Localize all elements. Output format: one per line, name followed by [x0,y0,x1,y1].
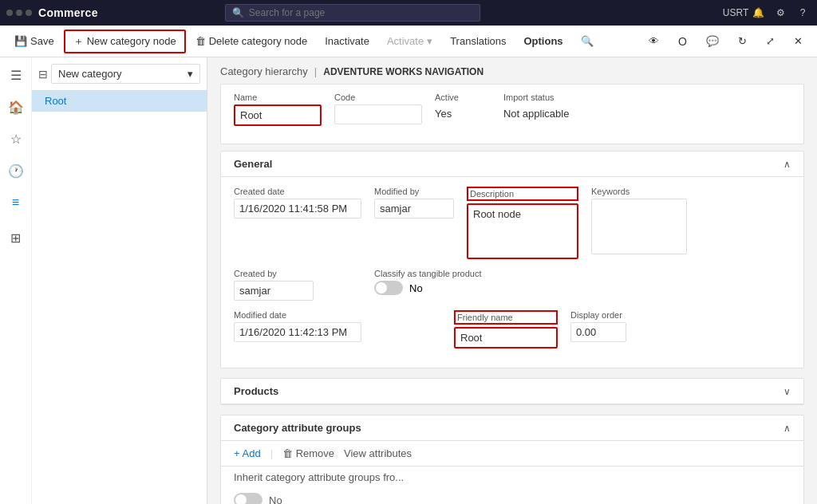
general-row2: Created by Classify as tangible product … [234,269,791,301]
products-section-header[interactable]: Products ∨ [221,379,803,404]
filter-icon[interactable]: ⊟ [38,68,48,81]
inherit-label: Inherit category attribute groups fro... [234,471,404,483]
global-search[interactable]: 🔍 [225,4,480,22]
cat-attr-chevron: ∧ [783,423,791,434]
products-section: Products ∨ [220,378,804,405]
nav-home-icon[interactable]: 🏠 [2,93,30,121]
created-by-input[interactable] [234,281,314,301]
main-layout: ☰ 🏠 ☆ 🕐 ≡ ⊞ ⊟ New category ▾ Root Catego… [0,57,817,504]
keywords-input[interactable] [591,199,687,254]
breadcrumb: Category hierarchy | ADVENTURE WORKS NAV… [207,57,817,84]
bell-icon[interactable]: 🔔 [750,5,766,21]
office-icon[interactable]: O [670,32,695,51]
inherit-toggle[interactable] [234,493,262,504]
remove-button[interactable]: 🗑 Remove [282,447,334,459]
chevron-down-icon: ▾ [427,35,432,47]
window-dots [6,10,32,16]
modified-by-input[interactable] [374,199,454,219]
dot1 [6,10,13,16]
options-button[interactable]: Options [515,32,570,50]
nav-icons: ☰ 🏠 ☆ 🕐 ≡ ⊞ [0,57,32,504]
sidebar-filter-row: ⊟ New category ▾ [32,64,207,90]
open-icon[interactable]: ⤢ [758,32,783,50]
friendly-name-label: Friendly name [454,310,558,325]
eye-icon[interactable]: 👁 [641,32,667,50]
friendly-name-input[interactable] [454,327,558,348]
inherit-row: Inherit category attribute groups fro... [221,467,803,488]
chevron-down-icon: ▾ [187,68,193,80]
translations-button[interactable]: Translations [442,32,514,50]
save-button[interactable]: 💾 Save [6,32,62,50]
general-section: General ∧ Created date Modified by Descr… [220,151,804,368]
new-category-node-button[interactable]: ＋ New category node [64,30,186,53]
code-label: Code [334,93,422,102]
modified-date-input[interactable] [234,322,361,342]
page-title: ADVENTURE WORKS NAVIGATION [323,66,483,77]
inherit-toggle-row: No [221,488,803,504]
description-input[interactable]: Root node [467,203,578,259]
search-input[interactable] [249,7,473,18]
dot2 [16,10,22,16]
chat-icon[interactable]: 💬 [698,32,727,50]
modified-by-field: Modified by [374,187,454,259]
description-label: Description [467,187,578,201]
app-name: Commerce [38,6,98,19]
nav-menu-icon[interactable]: ☰ [2,61,30,89]
created-date-label: Created date [234,187,361,196]
sidebar-item-root[interactable]: Root [32,90,207,112]
close-icon[interactable]: ✕ [786,32,811,50]
activate-button[interactable]: Activate ▾ [379,32,440,50]
active-value: Yes [435,104,459,123]
cat-attr-toolbar: + Add | 🗑 Remove View attributes [221,441,803,467]
name-label: Name [234,93,322,102]
sep1: | [270,447,273,459]
help-icon[interactable]: ? [795,5,811,21]
general-title: General [234,158,272,170]
category-dropdown[interactable]: New category ▾ [51,64,200,84]
general-row1: Created date Modified by Description Roo… [234,187,791,259]
created-by-field: Created by [234,269,314,301]
display-order-input[interactable] [570,322,626,342]
breadcrumb-sep: | [314,65,317,77]
modified-date-label: Modified date [234,310,361,320]
view-attributes-button[interactable]: View attributes [344,447,412,459]
friendly-name-field: Friendly name [454,310,558,348]
delete-category-node-button[interactable]: 🗑 Delete category node [187,32,316,50]
name-input[interactable] [234,104,322,126]
toolbar-search-button[interactable]: 🔍 [573,32,602,50]
modified-date-field: Modified date [234,310,361,348]
import-status-value: Not applicable [503,104,569,123]
code-input[interactable] [334,104,422,124]
nav-star-icon[interactable]: ☆ [2,124,30,153]
import-status-label: Import status [503,93,569,102]
classify-field: Classify as tangible product No [374,269,482,301]
modified-by-label: Modified by [374,187,454,196]
save-icon: 💾 [14,35,27,47]
refresh-icon[interactable]: ↻ [730,32,755,50]
nav-list-icon[interactable]: ≡ [2,188,30,217]
name-field: Name [234,93,322,126]
user-label: USRT [728,5,744,21]
active-field: Active Yes [435,93,459,126]
created-by-label: Created by [234,269,314,278]
add-button[interactable]: + Add [234,447,261,459]
nav-clock-icon[interactable]: 🕐 [2,156,30,185]
created-date-field: Created date [234,187,361,259]
general-content: Created date Modified by Description Roo… [221,177,803,368]
nav-list2-icon[interactable]: ⊞ [2,223,30,252]
category-dropdown-label: New category [58,68,121,80]
plus-icon: ＋ [73,34,84,49]
cat-attr-section-header[interactable]: Category attribute groups ∧ [221,415,803,441]
category-attr-section: Category attribute groups ∧ + Add | 🗑 Re… [220,415,804,504]
top-form: Name Code Active Yes Import status Not a… [220,84,804,144]
general-row3: Modified date Friendly name Display orde… [234,310,791,348]
classify-toggle[interactable] [374,281,403,295]
general-chevron: ∧ [783,159,791,170]
active-label: Active [435,93,459,102]
created-date-input[interactable] [234,199,361,219]
sidebar: ⊟ New category ▾ Root [32,57,207,504]
inactivate-button[interactable]: Inactivate [317,32,377,50]
general-section-header[interactable]: General ∧ [221,152,803,177]
gear-icon[interactable]: ⚙ [772,5,788,21]
content-area: Category hierarchy | ADVENTURE WORKS NAV… [207,57,817,504]
